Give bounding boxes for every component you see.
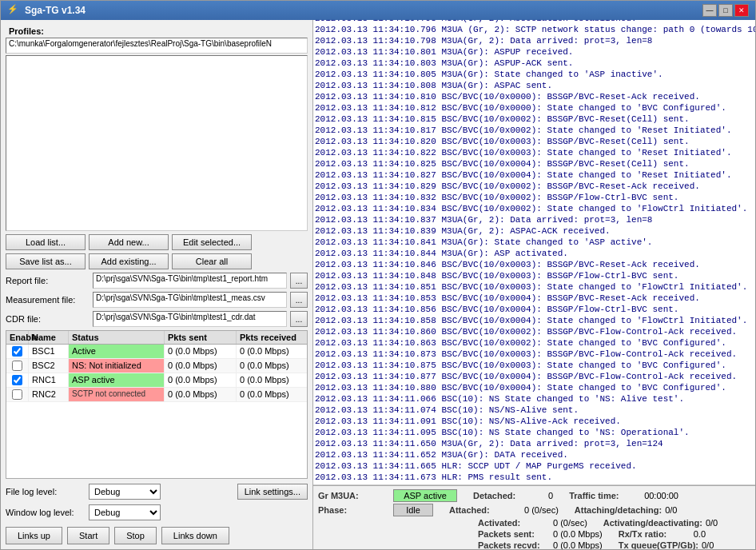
edit-selected-button[interactable]: Edit selected... [172, 234, 252, 250]
profiles-path: C:\munka\Forgalomgenerator\fejlesztes\Re… [6, 38, 308, 54]
file-log-level-row: File log level: Debug Info Warning Error… [6, 484, 308, 500]
th-name: Name [29, 331, 69, 344]
row-pkts-sent: 0 (0.0 Mbps) [165, 388, 237, 401]
status-row5: Packets recvd: 0 (0.0 Mbps) Tx queue(GTP… [318, 540, 755, 549]
profile-buttons-row2: Save list as... Add existing... Clear al… [6, 253, 308, 269]
enable-checkbox[interactable] [6, 373, 29, 387]
table-body: BSC1Active0 (0.0 Mbps)0 (0.0 Mbps)BSC2NS… [6, 345, 307, 478]
activating-label: Activating/deactivating: [603, 518, 702, 528]
save-list-button[interactable]: Save list as... [6, 253, 86, 269]
row-pkts-sent: 0 (0.0 Mbps) [165, 345, 237, 358]
status-row4: Packets sent: 0 (0.0 Mbps) Rx/Tx ratio: … [318, 529, 755, 539]
link-settings-button[interactable]: Link settings... [237, 484, 308, 500]
th-status: Status [69, 331, 165, 344]
attached-item: Attached: 0 (0/sec) [449, 505, 559, 515]
phase-item: Phase: Idle [318, 504, 433, 516]
table-row[interactable]: RNC2SCTP not connected0 (0.0 Mbps)0 (0.0… [6, 388, 307, 402]
log-entry: 2012.03.13 11:34:10.860 BSC/BVC(10/0x000… [315, 326, 755, 337]
maximize-button[interactable]: □ [718, 4, 733, 17]
start-button[interactable]: Start [67, 527, 109, 544]
attaching-label: Attaching/detaching: [575, 505, 662, 515]
measurement-browse-button[interactable]: ... [290, 292, 308, 308]
right-panel: 2012.03.13 11:34:10.793 M3UA(Gr, 2): Ass… [312, 20, 755, 549]
log-entry: 2012.03.13 11:34:10.817 BSC/BVC(10/0x000… [315, 125, 755, 136]
row-pkts-recv: 0 (0.0 Mbps) [237, 345, 307, 358]
attaching-value: 0/0 [665, 505, 677, 515]
log-entry: 2012.03.13 11:34:10.880 BSC/BVC(10/0x000… [315, 382, 755, 393]
activating-item: Activating/deactivating: 0/0 [603, 518, 718, 528]
log-entry: 2012.03.13 11:34:10.856 BSC/BVC(10/0x000… [315, 304, 755, 315]
log-entry: 2012.03.13 11:34:10.812 BSC/BVC(10/0x000… [315, 102, 755, 114]
log-area[interactable]: 2012.03.13 11:34:10.793 M3UA(Gr, 2): Ass… [313, 20, 755, 485]
profile-buttons-row1: Load list... Add new... Edit selected... [6, 234, 308, 250]
traffic-time-label: Traffic time: [569, 491, 641, 500]
measurement-file-input[interactable]: D:\prj\sga\SVN\Sga-TG\bin\tmp\test1_meas… [93, 292, 287, 308]
report-file-label: Report file: [6, 276, 90, 285]
measurement-file-label: Measurement file: [6, 295, 90, 305]
table-row[interactable]: BSC1Active0 (0.0 Mbps)0 (0.0 Mbps) [6, 345, 307, 359]
cdr-file-input[interactable]: D:\prj\sga\SVN\Sga-TG\bin\tmp\test1_cdr.… [93, 311, 287, 327]
row-name: BSC1 [29, 345, 69, 358]
cdr-file-row: CDR file: D:\prj\sga\SVN\Sga-TG\bin\tmp\… [6, 311, 308, 327]
links-up-button[interactable]: Links up [6, 527, 62, 544]
row-status: ASP active [69, 373, 165, 387]
file-log-level-select[interactable]: Debug Info Warning Error [89, 484, 161, 500]
main-window: ⚡ Sga-TG v1.34 — □ ✕ Profiles: C:\munka\… [0, 0, 756, 550]
file-log-level-label: File log level: [6, 487, 86, 496]
status-row3: Activated: 0 (0/sec) Activating/deactiva… [318, 518, 755, 528]
log-entry: 2012.03.13 11:34:10.825 BSC/BVC(10/0x000… [315, 158, 755, 169]
title-bar-title: Sga-TG v1.34 [25, 5, 86, 16]
log-entry: 2012.03.13 11:34:11.066 BSC(10): NS Stat… [315, 393, 755, 405]
close-button[interactable]: ✕ [734, 4, 749, 17]
minimize-button[interactable]: — [702, 4, 717, 17]
log-entry: 2012.03.13 11:34:11.095 BSC(10): NS Stat… [315, 427, 755, 438]
profiles-label: Profiles: [6, 25, 308, 38]
detached-label: Detached: [473, 491, 545, 500]
title-bar-controls: — □ ✕ [702, 4, 749, 17]
traffic-time-value: 00:00:00 [644, 491, 678, 500]
row-name: RNC2 [29, 388, 69, 401]
log-entry: 2012.03.13 11:34:11.650 M3UA(Gr, 2): Dat… [315, 438, 755, 449]
enable-checkbox[interactable] [6, 359, 29, 373]
log-entry: 2012.03.13 11:34:10.820 BSC/BVC(10/0x000… [315, 136, 755, 147]
row-pkts-recv: 0 (0.0 Mbps) [237, 373, 307, 387]
enable-checkbox[interactable] [6, 388, 29, 401]
status-bar: Gr M3UA: ASP active Detached: 0 Traffic … [313, 485, 755, 549]
row-pkts-recv: 0 (0.0 Mbps) [237, 388, 307, 401]
cdr-file-label: CDR file: [6, 314, 90, 324]
log-entry: 2012.03.13 11:34:10.801 M3UA(Gr): ASPUP … [315, 46, 755, 58]
enable-checkbox[interactable] [6, 345, 29, 358]
window-log-level-select[interactable]: Debug Info Warning Error [89, 504, 161, 520]
log-entry: 2012.03.13 11:34:10.877 BSC/BVC(10/0x000… [315, 371, 755, 382]
activated-value: 0 (0/sec) [553, 518, 587, 528]
tx-queue-item: Tx queue(GTP/Gb): 0/0 [619, 540, 714, 549]
add-new-button[interactable]: Add new... [89, 234, 169, 250]
title-bar-left: ⚡ Sga-TG v1.34 [7, 4, 86, 17]
report-browse-button[interactable]: ... [290, 273, 308, 289]
window-log-level-label: Window log level: [6, 508, 86, 517]
stop-button[interactable]: Stop [114, 527, 157, 544]
pkts-recv-value: 0 (0.0 Mbps) [553, 540, 603, 549]
th-pkts-sent: Pkts sent [165, 331, 237, 344]
row-name: BSC2 [29, 359, 69, 373]
row-name: RNC1 [29, 373, 69, 387]
cdr-browse-button[interactable]: ... [290, 311, 308, 327]
clear-all-button[interactable]: Clear all [172, 253, 252, 269]
attaching-item: Attaching/detaching: 0/0 [575, 505, 678, 515]
log-entry: 2012.03.13 11:34:10.829 BSC/BVC(10/0x000… [315, 181, 755, 192]
log-entry: 2012.03.13 11:34:10.858 BSC/BVC(10/0x000… [315, 315, 755, 326]
table-row[interactable]: RNC1ASP active0 (0.0 Mbps)0 (0.0 Mbps) [6, 373, 307, 388]
row-pkts-sent: 0 (0.0 Mbps) [165, 359, 237, 373]
table-row[interactable]: BSC2NS: Not initialized0 (0.0 Mbps)0 (0.… [6, 359, 307, 373]
report-file-input[interactable]: D:\prj\sga\SVN\Sga-TG\bin\tmp\test1_repo… [93, 273, 287, 289]
log-entry: 2012.03.13 11:34:10.875 BSC/BVC(10/0x000… [315, 360, 755, 371]
activating-value: 0/0 [706, 518, 718, 528]
links-down-button[interactable]: Links down [161, 527, 229, 544]
load-list-button[interactable]: Load list... [6, 234, 86, 250]
log-entry: 2012.03.13 11:34:10.822 BSC/BVC(10/0x000… [315, 147, 755, 158]
row-status: Active [69, 345, 165, 358]
add-existing-button[interactable]: Add existing... [89, 253, 169, 269]
profiles-list[interactable] [6, 55, 308, 231]
pkts-sent-item: Packets sent: 0 (0.0 Mbps) [478, 529, 603, 539]
log-entry: 2012.03.13 11:34:10.846 BSC/BVC(10/0x000… [315, 259, 755, 270]
